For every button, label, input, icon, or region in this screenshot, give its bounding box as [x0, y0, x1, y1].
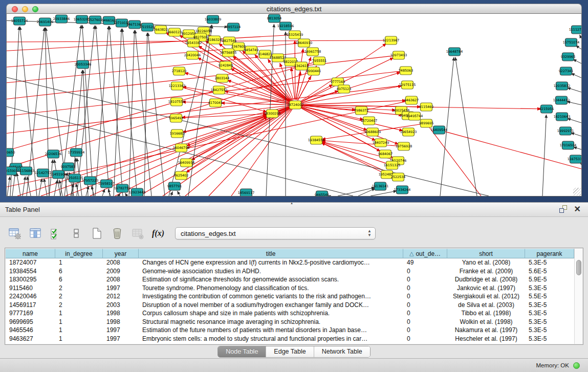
network-node[interactable]: 14055724: [11, 17, 28, 25]
close-window-button[interactable]: [12, 6, 18, 12]
network-node[interactable]: 2803144: [215, 74, 229, 82]
network-node[interactable]: 15751074: [563, 38, 580, 47]
column-header-year[interactable]: year: [103, 249, 139, 258]
network-node[interactable]: 16409544: [431, 126, 448, 134]
network-node[interactable]: 9227341: [559, 67, 573, 75]
network-node[interactable]: 20206536: [45, 150, 62, 158]
column-header-title[interactable]: title: [139, 249, 403, 258]
network-node[interactable]: 9115460: [419, 103, 433, 111]
network-node[interactable]: 15325419: [287, 31, 303, 39]
network-node[interactable]: 18756855: [220, 49, 237, 57]
network-node[interactable]: 19384554: [308, 136, 325, 144]
network-node[interactable]: 11156863: [18, 167, 35, 175]
import-table-icon[interactable]: [130, 226, 145, 241]
network-node[interactable]: 10973493: [390, 51, 407, 59]
column-header-short[interactable]: short: [447, 249, 525, 258]
network-node[interactable]: 8186328: [207, 36, 222, 44]
network-node[interactable]: 12213967: [383, 36, 400, 45]
network-node[interactable]: 7485063: [399, 67, 413, 75]
table-row[interactable]: 946362711997Embryonic stem cells: a mode…: [6, 335, 574, 343]
memory-ok-indicator-icon[interactable]: [573, 362, 580, 369]
network-node[interactable]: 16033809: [205, 15, 222, 24]
network-node[interactable]: 1965493: [169, 114, 183, 122]
table-row[interactable]: 1872400712008Changes of HCN gene express…: [6, 258, 574, 267]
network-node[interactable]: 12923448: [129, 188, 146, 196]
network-node[interactable]: 20053346: [75, 60, 92, 69]
network-node[interactable]: 7625402: [174, 171, 188, 180]
network-node[interactable]: 9465546: [315, 191, 329, 196]
network-node[interactable]: 7857224: [226, 23, 241, 31]
network-node[interactable]: 8454749: [244, 46, 258, 54]
network-node[interactable]: 7515526: [140, 23, 155, 31]
column-header-in_degree[interactable]: in_degree: [55, 249, 103, 258]
network-node[interactable]: 7955551: [312, 57, 326, 65]
column-header-name[interactable]: name: [6, 249, 55, 258]
network-node[interactable]: 7986372: [354, 106, 368, 115]
table-row[interactable]: 946554611997Estimation of the future num…: [6, 326, 574, 335]
close-icon[interactable]: ✕: [574, 205, 581, 213]
network-graph[interactable]: 1405572420691406209338461065328715276029…: [7, 14, 581, 196]
table-row[interactable]: 1938455462009Genome-wide association stu…: [6, 267, 574, 276]
tab-edge-table[interactable]: Edge Table: [266, 346, 314, 357]
delete-table-icon[interactable]: [110, 226, 125, 241]
network-window-titlebar[interactable]: citations_edges.txt: [6, 4, 582, 14]
zoom-window-button[interactable]: [32, 6, 38, 12]
network-node[interactable]: 2522534: [391, 173, 405, 181]
network-node[interactable]: 2718120: [172, 67, 186, 75]
network-node[interactable]: 18724007: [287, 101, 304, 109]
network-node[interactable]: 4170041: [208, 99, 223, 107]
network-node[interactable]: 3915901: [7, 167, 18, 175]
network-node[interactable]: 9097583: [61, 163, 75, 171]
network-node[interactable]: 8990441: [307, 67, 321, 75]
network-node[interactable]: 19756928: [396, 142, 412, 150]
network-node[interactable]: 4975123: [337, 85, 351, 93]
network-node[interactable]: 9463627: [404, 96, 419, 104]
column-header-pagerank[interactable]: pagerank: [525, 249, 574, 258]
network-node[interactable]: 12444412: [553, 96, 570, 104]
network-node[interactable]: 17359924: [68, 148, 85, 157]
network-node[interactable]: 11451904: [50, 170, 67, 179]
network-node[interactable]: 19992971: [557, 127, 574, 135]
network-node[interactable]: 19495744: [406, 112, 423, 120]
network-node[interactable]: 9899695: [419, 119, 433, 127]
network-node[interactable]: 12142757: [35, 169, 52, 177]
network-node[interactable]: 11112786: [569, 26, 581, 34]
table-row[interactable]: 977716911998Corpus callosum shape and si…: [6, 309, 574, 318]
network-node[interactable]: 19218596: [277, 22, 294, 30]
network-node[interactable]: 12213363: [169, 82, 186, 90]
new-table-icon[interactable]: [89, 226, 104, 241]
show-columns-icon[interactable]: [28, 226, 43, 241]
table-row[interactable]: 1456911722003Disruption of a novel membe…: [6, 301, 574, 310]
vertical-scrollbar[interactable]: [574, 249, 582, 344]
function-builder-icon[interactable]: f(x): [150, 226, 166, 241]
tab-node-table[interactable]: Node Table: [218, 346, 266, 357]
network-node[interactable]: 17957223: [82, 177, 99, 185]
network-node[interactable]: 2260650: [7, 148, 15, 157]
network-node[interactable]: 22420046: [184, 51, 201, 59]
splitter-handle[interactable]: ▴: [288, 202, 295, 205]
network-node[interactable]: 10688609: [364, 128, 381, 136]
table-row[interactable]: 2242004622012Investigating the contribut…: [6, 292, 574, 301]
network-node[interactable]: 9857791: [167, 182, 182, 190]
network-node[interactable]: 9684067: [378, 150, 393, 158]
network-node[interactable]: 20933846: [53, 15, 70, 23]
network-node[interactable]: 16543382: [185, 39, 202, 47]
network-node[interactable]: 20691406: [37, 18, 54, 26]
scrollbar-thumb[interactable]: [576, 260, 581, 275]
network-node[interactable]: 16046798: [173, 144, 190, 152]
network-node[interactable]: 16409934: [178, 159, 195, 167]
network-node[interactable]: 14569117: [238, 189, 255, 196]
network-node[interactable]: 7663822: [154, 26, 168, 34]
table-row[interactable]: 1830029562008Estimation of significance …: [6, 275, 574, 284]
network-node[interactable]: 16210643: [554, 113, 571, 121]
network-node[interactable]: 1916682: [170, 129, 184, 138]
network-node[interactable]: 9329965: [561, 53, 575, 61]
network-node[interactable]: 12035832: [554, 82, 571, 90]
network-node[interactable]: 17334264: [394, 186, 411, 194]
minimize-window-button[interactable]: [22, 6, 28, 12]
table-options-icon[interactable]: [7, 226, 23, 241]
network-node[interactable]: 11675338: [568, 155, 581, 163]
network-node[interactable]: 16136141: [372, 182, 389, 190]
network-node[interactable]: 18300295: [264, 110, 281, 118]
table-selector-dropdown[interactable]: citations_edges.txt ▲▼: [175, 227, 376, 239]
